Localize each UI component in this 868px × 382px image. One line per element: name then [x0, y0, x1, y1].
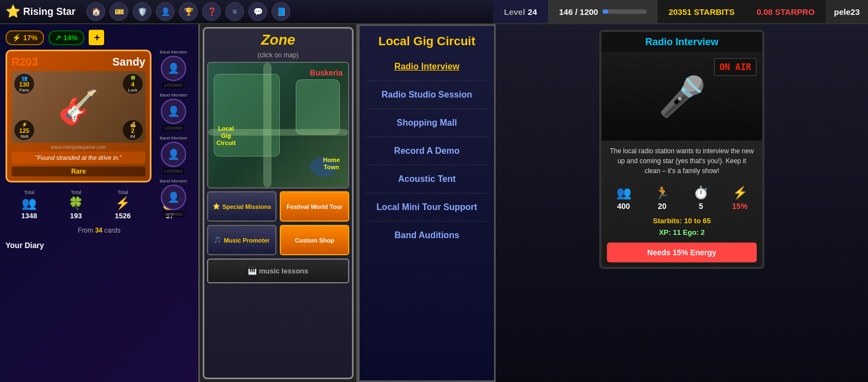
- lgc-item-radio-studio-session[interactable]: Radio Studio Session: [365, 87, 489, 103]
- needs-energy-button[interactable]: Needs 15% Energy: [607, 243, 757, 262]
- fans-val: 130: [19, 81, 29, 88]
- card-rarity: Rare: [12, 166, 145, 176]
- map-label-hometown[interactable]: Home Town: [323, 157, 340, 171]
- total-skill-label: Total: [117, 190, 128, 195]
- left-panel: ⚡ 17% ↗ 14% + R203 Sandy 👥 130: [0, 24, 198, 382]
- radio-starbits-info: Starbits: 10 to 65: [653, 215, 711, 227]
- music-promoter-button[interactable]: 🎵 Music Promoter: [207, 225, 276, 255]
- zone-buttons-grid: ⭐ Special Missions Festival World Tour 🎵…: [207, 191, 349, 283]
- band-slot-4-icon[interactable]: 👤: [161, 185, 186, 210]
- starpro-stat: 0.08 STARPRO: [746, 0, 826, 23]
- fans-badge: 👥 130 Fans: [14, 74, 34, 94]
- total-luck-col: Total 🍀 193: [68, 190, 83, 220]
- help-icon[interactable]: ❓: [202, 2, 221, 21]
- radio-title-bar: Radio Interview: [601, 32, 762, 52]
- on-air-text: ON AIR: [719, 62, 751, 72]
- skill-icon: ↗: [55, 34, 61, 42]
- player-card: R203 Sandy 👥 130 Fans 🍀 4 Luck 🎸: [6, 50, 151, 182]
- level-stat: Level 24: [493, 0, 548, 23]
- lgc-item-band-auditions[interactable]: Band Auditions: [365, 227, 489, 244]
- time-stat-icon: ⏱️: [693, 186, 708, 200]
- facebook-icon[interactable]: 📘: [272, 2, 290, 21]
- xp-bar: [603, 9, 647, 14]
- special-missions-label: Special Missions: [223, 203, 272, 210]
- menu-icon[interactable]: ≡: [225, 2, 244, 21]
- luck-badge: 🍀 4 Luck: [123, 74, 143, 94]
- skill-value: 14%: [63, 34, 78, 42]
- custom-shop-button[interactable]: Custom Shop: [280, 225, 349, 255]
- total-luck-label: Total: [70, 190, 81, 195]
- card-quote: "Found stranded at the drive in.": [12, 152, 145, 164]
- band-slot-3-icon[interactable]: 👤: [161, 142, 186, 167]
- card-id: R203: [12, 56, 38, 68]
- plus-button[interactable]: +: [89, 30, 104, 45]
- top-navigation-bar: ⭐ Rising Star 🏠 🎫 🛡️ 👤 🏆 ❓ ≡ 💬 📘 Level 2…: [0, 0, 868, 24]
- total-skill-col: Total ⚡ 1526: [115, 190, 131, 220]
- starbits-to-label: to: [694, 217, 703, 225]
- im-icon: 💰: [130, 122, 136, 127]
- time-stat-value: 5: [699, 202, 703, 211]
- radio-interview-panel: Radio Interview ON AIR 🎤 The local radio…: [496, 24, 868, 382]
- band-members-panel: Band Member 👤 LOCKED Band Member 👤 LOCKE…: [157, 50, 190, 217]
- map-label-lgc[interactable]: Local Gig Circuit: [216, 125, 236, 147]
- xp-stat: 146 / 1200: [548, 0, 658, 23]
- zone-map[interactable]: Buskeria Local Gig Circuit Home Town: [207, 62, 349, 189]
- total-skill-value: 1526: [115, 212, 131, 220]
- person-icon[interactable]: 👤: [156, 2, 175, 21]
- card-image[interactable]: 👥 130 Fans 🍀 4 Luck 🎸 ⚡ 125 Skill: [12, 71, 145, 143]
- trophy-icon[interactable]: 🏆: [179, 2, 198, 21]
- local-gig-circuit-panel: Local Gig Circuit Radio Interview Radio …: [358, 24, 496, 382]
- music-lessons-button[interactable]: 🎹 music lessons: [207, 259, 349, 283]
- energy-stat-icon: ⚡: [733, 186, 747, 200]
- lgc-item-record-a-demo[interactable]: Record A Demo: [365, 143, 489, 159]
- radio-stats-row: 👥 400 🏃 20 ⏱️ 5 ⚡ 15%: [601, 181, 762, 215]
- username-stat[interactable]: pele23: [826, 0, 868, 23]
- lgc-divider-4: [365, 165, 489, 165]
- band-slot-4-locked: LOCKED: [162, 211, 185, 217]
- lgc-item-radio-interview[interactable]: Radio Interview: [365, 58, 489, 75]
- map-lgc-line2: Gig: [221, 132, 231, 139]
- band-slot-3-locked: LOCKED: [162, 168, 185, 174]
- skill-stat-icon: 🏃: [655, 186, 670, 200]
- total-fans-value: 1348: [21, 212, 37, 220]
- luck-val: 4: [131, 81, 134, 88]
- total-fans-label: Total: [24, 190, 34, 195]
- username-text: pele23: [834, 7, 860, 17]
- lgc-divider-3: [365, 137, 489, 137]
- lgc-divider-1: [365, 80, 489, 81]
- lgc-item-acoustic-tent[interactable]: Acoustic Tent: [365, 171, 489, 187]
- shield-icon[interactable]: 🛡️: [133, 2, 151, 21]
- xp-bar-fill: [603, 9, 608, 14]
- band-slot-1-locked: LOCKED: [162, 82, 185, 88]
- energy-stat-value: 15%: [732, 202, 747, 211]
- zone-title: Zone: [261, 31, 295, 49]
- on-air-sign: ON AIR: [714, 58, 757, 76]
- music-lessons-icon: 🎹: [248, 267, 257, 275]
- map-ht-line2: Town: [324, 164, 339, 170]
- band-slot-2: Band Member 👤 LOCKED: [157, 93, 190, 131]
- lgc-item-shopping-mall[interactable]: Shopping Mall: [365, 115, 489, 131]
- special-missions-button[interactable]: ⭐ Special Missions: [207, 191, 276, 222]
- topbar-right-stats: Level 24 146 / 1200 20351 STARBITS 0.08 …: [493, 0, 868, 23]
- logo: ⭐ Rising Star: [0, 4, 81, 19]
- radio-interview-box: Radio Interview ON AIR 🎤 The local radio…: [599, 30, 764, 269]
- card-website: www.risingstargame.com: [12, 144, 145, 150]
- energy-value: 17%: [23, 34, 37, 42]
- player-stats-bar: ⚡ 17% ↗ 14% +: [6, 30, 193, 45]
- chat-icon[interactable]: 💬: [248, 2, 267, 21]
- starbits-label: Starbits:: [653, 217, 682, 225]
- radio-description: The local radio station wants to intervi…: [601, 141, 762, 181]
- ticket-icon[interactable]: 🎫: [110, 2, 128, 21]
- lgc-item-local-mini-tour-support[interactable]: Local Mini Tour Support: [365, 199, 489, 216]
- ego-val: 2: [701, 228, 704, 236]
- band-slot-4: Band Member 👤 LOCKED: [157, 179, 190, 217]
- band-slot-1-icon[interactable]: 👤: [161, 56, 186, 81]
- map-lgc-line3: Circuit: [216, 139, 236, 146]
- energy-pill: ⚡ 17%: [6, 30, 44, 45]
- festival-world-tour-button[interactable]: Festival World Tour: [280, 191, 349, 222]
- special-missions-icon: ⭐: [213, 203, 220, 210]
- your-diary-link[interactable]: Your Diary: [6, 239, 193, 252]
- total-fans-icon: 👥: [21, 196, 36, 211]
- home-icon[interactable]: 🏠: [86, 2, 105, 21]
- band-slot-2-icon[interactable]: 👤: [161, 99, 186, 124]
